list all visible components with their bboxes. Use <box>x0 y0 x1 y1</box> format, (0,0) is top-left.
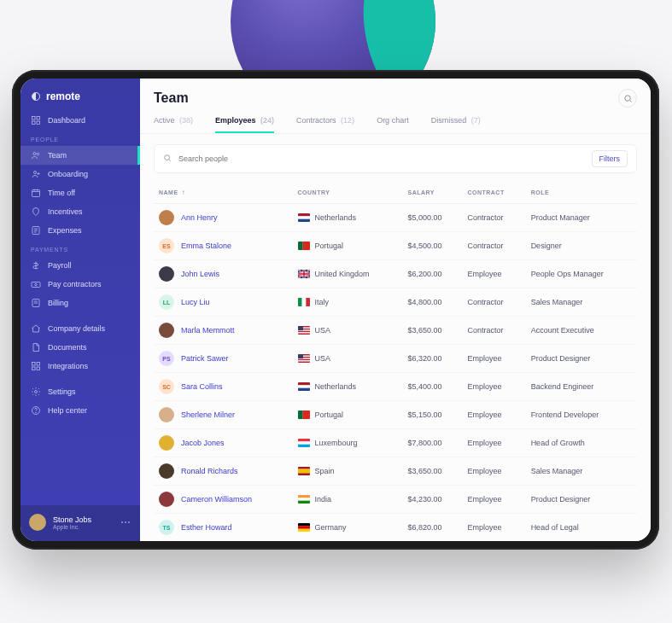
tab-contractors[interactable]: Contractors (12) <box>296 116 354 133</box>
employee-name: John Lewis <box>181 270 219 278</box>
table-row[interactable]: Ronald RichardsSpain$3,650.00EmployeeSal… <box>154 457 637 486</box>
sidebar-item-documents[interactable]: Documents <box>20 338 140 357</box>
country-name: USA <box>315 354 331 363</box>
col-name[interactable]: NAME↑ <box>154 182 293 204</box>
brand[interactable]: remote <box>20 79 140 111</box>
sidebar-item-payroll[interactable]: Payroll <box>20 256 140 275</box>
svg-rect-53 <box>298 498 310 501</box>
sidebar-item-label: Payroll <box>48 261 72 270</box>
payroll-icon <box>31 260 41 271</box>
contract-cell: Contractor <box>462 317 525 345</box>
sidebar-item-company-details[interactable]: Company details <box>20 319 140 338</box>
sidebar-item-expenses[interactable]: Expenses <box>20 221 140 240</box>
col-role[interactable]: ROLE <box>526 182 637 204</box>
svg-rect-26 <box>302 242 309 250</box>
table-row[interactable]: TSEsther HowardGermany$6,820.00EmployeeH… <box>154 514 637 542</box>
filters-button[interactable]: Filters <box>592 150 628 167</box>
tab-active[interactable]: Active (38) <box>154 116 193 133</box>
svg-rect-55 <box>298 523 310 526</box>
svg-rect-3 <box>32 121 36 125</box>
salary-cell: $5,400.00 <box>403 373 463 401</box>
table-row[interactable]: Marla MemmottUSA$3,650.00ContractorAccou… <box>154 317 637 345</box>
svg-rect-46 <box>298 439 310 441</box>
col-country[interactable]: COUNTRY <box>293 182 403 204</box>
col-salary[interactable]: SALARY <box>403 182 463 204</box>
country-name: Italy <box>315 298 330 306</box>
svg-rect-48 <box>298 445 310 447</box>
svg-rect-25 <box>298 242 303 250</box>
contract-cell: Contractor <box>462 288 525 317</box>
contract-cell: Employee <box>462 514 525 542</box>
svg-rect-56 <box>298 527 310 529</box>
table-row[interactable]: Jacob JonesLuxembourg$7,800.00EmployeeHe… <box>154 429 637 457</box>
team-icon <box>31 150 41 160</box>
country-name: India <box>315 495 332 504</box>
col-contract[interactable]: CONTRACT <box>462 182 525 204</box>
table-row[interactable]: SCSara CollinsNetherlands$5,400.00Employ… <box>154 373 637 401</box>
contract-cell: Employee <box>462 486 525 514</box>
documents-icon <box>31 342 41 352</box>
avatar: PS <box>159 351 174 366</box>
tab-org-chart[interactable]: Org chart <box>377 116 409 133</box>
table-row[interactable]: John LewisUnited Kingdom$6,200.00Employe… <box>154 260 637 288</box>
tab-dismissed[interactable]: Dismissed (7) <box>431 116 481 133</box>
sidebar-item-onboarding[interactable]: Onboarding <box>20 165 140 183</box>
sidebar-item-billing[interactable]: Billing <box>20 294 140 312</box>
flag-icon <box>298 354 310 363</box>
table-row[interactable]: Sherlene MilnerPortugal$5,150.00Employee… <box>154 401 637 429</box>
billing-icon <box>31 298 41 308</box>
employee-name: Esther Howard <box>181 523 232 532</box>
role-cell: Product Manager <box>526 204 637 232</box>
salary-cell: $6,820.00 <box>403 514 463 542</box>
timeoff-icon <box>31 188 41 198</box>
expenses-icon <box>31 225 41 236</box>
sidebar-item-team[interactable]: Team <box>20 146 140 165</box>
sidebar-user-card[interactable]: Stone Jobs Apple Inc. ⋯ <box>20 505 140 541</box>
tab-employees[interactable]: Employees (24) <box>215 116 274 133</box>
sidebar-section-people: PEOPLE <box>20 130 140 146</box>
sidebar-item-dashboard[interactable]: Dashboard <box>20 111 140 130</box>
svg-rect-50 <box>298 469 310 474</box>
tablet-frame: remote Dashboard PEOPLE TeamOnboardingTi… <box>12 70 659 550</box>
flag-icon <box>298 523 310 532</box>
svg-rect-16 <box>37 367 40 370</box>
svg-rect-40 <box>298 354 303 358</box>
svg-rect-47 <box>298 442 310 445</box>
svg-point-11 <box>35 283 38 286</box>
country-name: Germany <box>315 523 347 532</box>
employee-name: Sherlene Milner <box>181 410 235 419</box>
sidebar-item-pay-contractors[interactable]: Pay contractors <box>20 275 140 294</box>
salary-cell: $4,500.00 <box>403 232 463 260</box>
user-menu-icon[interactable]: ⋯ <box>120 516 131 528</box>
role-cell: Sales Manager <box>526 288 637 317</box>
role-cell: Head of Growth <box>526 429 637 457</box>
sidebar-item-settings[interactable]: Settings <box>20 382 140 401</box>
salary-cell: $7,800.00 <box>403 429 463 457</box>
avatar: LL <box>159 294 174 310</box>
table-row[interactable]: Ann HenryNetherlands$5,000.00ContractorP… <box>154 204 637 232</box>
sidebar-item-time-off[interactable]: Time off <box>20 183 140 202</box>
user-info: Stone Jobs Apple Inc. <box>53 515 114 530</box>
sidebar-item-label: Settings <box>48 387 76 396</box>
table-row[interactable]: ESEmma StalonePortugal$4,500.00Contracto… <box>154 232 637 260</box>
svg-point-6 <box>37 153 39 155</box>
table-row[interactable]: Cameron WilliamsonIndia$4,230.00Employee… <box>154 486 637 514</box>
svg-rect-39 <box>298 360 310 361</box>
sidebar-item-integrations[interactable]: Integrations <box>20 357 140 376</box>
avatar: ES <box>159 238 174 253</box>
svg-rect-24 <box>298 219 310 222</box>
svg-point-17 <box>35 391 38 393</box>
table-row[interactable]: LLLucy LiuItaly$4,800.00ContractorSales … <box>154 288 637 317</box>
sidebar-item-help-center[interactable]: Help center <box>20 401 140 420</box>
search-input[interactable] <box>178 154 585 163</box>
table-row[interactable]: PSPatrick SawerUSA$6,320.00EmployeeProdu… <box>154 345 637 373</box>
country-name: Netherlands <box>315 382 357 391</box>
sidebar-item-incentives[interactable]: Incentives <box>20 202 140 221</box>
global-search-button[interactable] <box>618 89 637 108</box>
sidebar-item-label: Expenses <box>48 226 82 235</box>
contract-cell: Contractor <box>462 232 525 260</box>
tab-count: (38) <box>178 116 194 125</box>
paycontractors-icon <box>31 279 41 289</box>
employee-name: Ann Henry <box>181 213 218 222</box>
incentives-icon <box>31 207 41 217</box>
